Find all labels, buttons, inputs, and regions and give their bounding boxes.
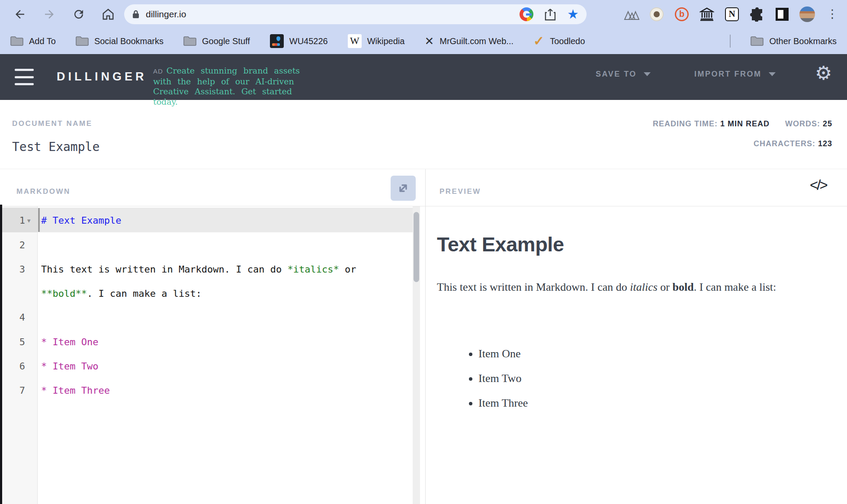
x-icon: ✕ (424, 35, 434, 48)
profile-avatar[interactable] (799, 6, 815, 22)
editor-line-1[interactable]: # Text Example (41, 209, 391, 233)
browser-menu-icon[interactable]: ⋮ (825, 6, 840, 22)
markdown-editor[interactable]: 1 2 3 4 5 6 7 ▾ # Text Example This text… (0, 206, 425, 504)
wikipedia-icon: W (348, 34, 362, 48)
chevron-down-icon (769, 72, 776, 76)
settings-gear-icon[interactable]: ⚙ (815, 64, 832, 83)
browser-window: dillinger.io ★ b N ⋮ (0, 0, 847, 504)
view-source-code-icon[interactable]: </> (810, 177, 827, 193)
folder-icon (183, 36, 196, 46)
preview-pane-title: PREVIEW (440, 187, 481, 196)
pane-divider (425, 169, 426, 504)
browser-toolbar: dillinger.io ★ b N ⋮ (0, 0, 847, 28)
editor-line-7[interactable]: * Item Three (41, 379, 391, 403)
line-number: 3 (0, 257, 25, 282)
bookmarks-separator (730, 35, 731, 48)
preview-pane: Text Example This text is written in Mar… (426, 206, 847, 504)
document-section: DOCUMENT NAME Test Example READING TIME:… (0, 100, 847, 169)
ad-banner[interactable]: ADCreate stunning brand assets with the … (153, 66, 335, 107)
editor-scrollbar[interactable] (413, 206, 420, 504)
url-text[interactable]: dillinger.io (146, 9, 520, 19)
line-number: 2 (0, 233, 25, 257)
bookmark-add-to[interactable]: Add To (10, 36, 56, 46)
folder-icon (10, 36, 23, 46)
coffee-extension-icon[interactable] (649, 6, 664, 22)
weather-underground-icon (270, 34, 284, 48)
sidebar-toggle-icon[interactable] (774, 6, 790, 22)
mountains-extension-icon[interactable] (624, 6, 639, 22)
expand-editor-button[interactable] (391, 176, 416, 201)
list-item: Item Two (478, 372, 528, 385)
save-to-menu[interactable]: SAVE TO (596, 70, 651, 79)
text-cursor (38, 208, 40, 232)
characters-stat: CHARACTERS: 123 (653, 139, 832, 148)
line-number: 6 (0, 354, 25, 379)
bookmark-social-bookmarks[interactable]: Social Bookmarks (76, 36, 164, 46)
bold-text: bold (673, 281, 694, 293)
bitly-extension-icon[interactable]: b (674, 6, 690, 22)
home-icon[interactable] (101, 7, 115, 21)
line-number: 4 (0, 305, 25, 330)
bookmarks-bar: Add To Social Bookmarks Google Stuff WU4… (0, 28, 847, 54)
bookmark-other-bookmarks[interactable]: Other Bookmarks (751, 36, 837, 46)
address-bar[interactable]: dillinger.io ★ (124, 4, 587, 24)
ad-badge: AD (153, 67, 163, 75)
editor-scrollbar-thumb[interactable] (414, 212, 419, 282)
app-header: DILLINGER ADCreate stunning brand assets… (0, 54, 847, 100)
google-icon[interactable] (520, 7, 533, 21)
line-number: 5 (0, 330, 25, 354)
folder-icon (751, 36, 764, 46)
import-from-menu[interactable]: IMPORT FROM (694, 70, 776, 79)
preview-heading: Text Example (437, 232, 564, 256)
bookmark-wu45226[interactable]: WU45226 (270, 34, 328, 48)
share-icon[interactable] (545, 8, 556, 21)
markdown-pane-title: MARKDOWN (16, 187, 71, 196)
extensions-puzzle-icon[interactable] (749, 6, 765, 22)
screen-left-edge (0, 205, 2, 504)
italics-text: italics (630, 281, 658, 293)
chevron-down-icon (644, 72, 651, 76)
back-icon[interactable] (13, 7, 27, 21)
line-number: 1 (0, 209, 25, 233)
menu-hamburger-icon[interactable] (15, 69, 34, 85)
list-item: Item One (478, 347, 528, 360)
italics-token: *italics* (288, 264, 339, 275)
bold-token: **bold** (41, 288, 87, 299)
bookmark-mrguilt[interactable]: ✕ MrGuilt.com Web... (424, 35, 513, 48)
preview-paragraph: This text is written in Markdown. I can … (437, 275, 796, 299)
reading-time-stat: READING TIME: 1 MIN READ (653, 119, 770, 128)
editor-line-5[interactable]: * Item One (41, 330, 391, 354)
document-name-label: DOCUMENT NAME (12, 119, 93, 128)
expand-arrows-icon (391, 176, 416, 201)
notion-extension-icon[interactable]: N (724, 6, 740, 22)
line-number: 7 (0, 379, 25, 403)
fold-caret-icon[interactable]: ▾ (27, 209, 36, 233)
checkmark-icon: ✓ (533, 35, 544, 48)
bookmark-toodledo[interactable]: ✓ Toodledo (533, 35, 585, 48)
lock-icon (132, 10, 140, 19)
editor-line-6[interactable]: * Item Two (41, 354, 391, 379)
bookmark-star-icon[interactable]: ★ (567, 8, 579, 21)
app-logo: DILLINGER (57, 70, 147, 83)
editor-gutter: 1 2 3 4 5 6 7 ▾ (0, 206, 38, 504)
document-stats: READING TIME: 1 MIN READ WORDS: 25 CHARA… (653, 119, 832, 148)
bookmark-wikipedia[interactable]: W Wikipedia (348, 34, 405, 48)
list-item: Item Three (478, 396, 528, 410)
archive-bank-extension-icon[interactable] (699, 6, 715, 22)
preview-list: Item One Item Two Item Three (437, 347, 528, 421)
reload-icon[interactable] (72, 7, 86, 21)
words-stat: WORDS: 25 (785, 119, 832, 128)
ad-text[interactable]: Create stunning brand assets with the he… (153, 66, 300, 106)
editor-line-3[interactable]: This text is written in Markdown. I can … (41, 257, 391, 306)
document-name-input[interactable]: Test Example (12, 140, 99, 154)
folder-icon (76, 36, 89, 46)
forward-icon[interactable] (42, 7, 56, 21)
pane-headers: MARKDOWN PREVIEW </> (0, 169, 847, 206)
bookmark-google-stuff[interactable]: Google Stuff (183, 36, 250, 46)
